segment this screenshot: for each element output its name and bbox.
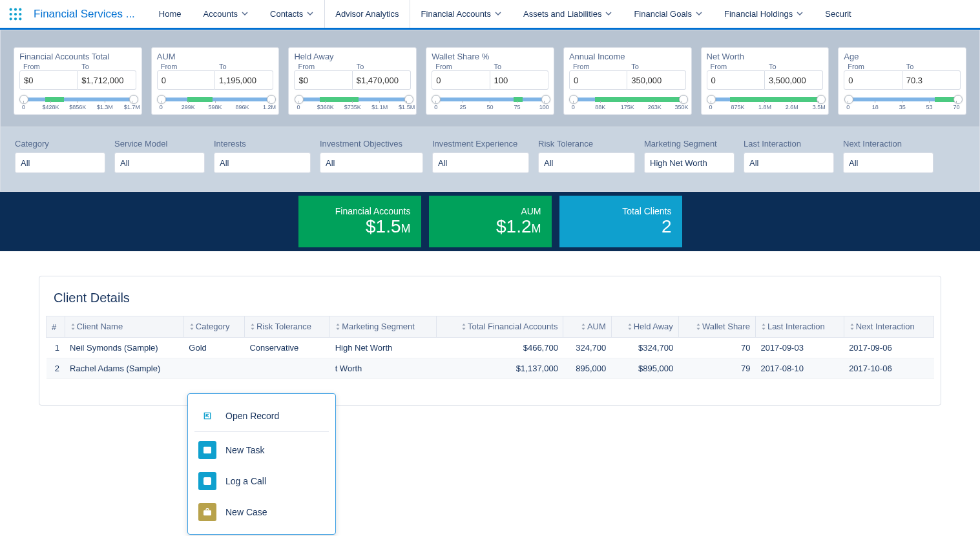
table-cell bbox=[244, 358, 329, 379]
range-slider[interactable]: 0$428K$856K$1.3M$1.7M bbox=[19, 94, 136, 112]
filter-select[interactable]: All bbox=[744, 152, 834, 173]
range-to-label: To bbox=[215, 63, 273, 70]
nav-tab-accounts[interactable]: Accounts bbox=[193, 0, 259, 28]
range-to-input[interactable]: $1,470,000 bbox=[353, 70, 411, 90]
chevron-down-icon bbox=[307, 9, 313, 19]
nav-tab-securit[interactable]: Securit bbox=[814, 0, 862, 28]
nav-tab-financial-holdings[interactable]: Financial Holdings bbox=[713, 0, 814, 28]
summary-card-financial-accounts[interactable]: Financial Accounts $1.5M bbox=[298, 196, 421, 247]
sort-icon[interactable] bbox=[627, 322, 632, 332]
range-from-input[interactable]: 0 bbox=[157, 70, 215, 90]
filter-label: Investment Objectives bbox=[320, 139, 423, 149]
table-cell: 2017-09-03 bbox=[755, 338, 844, 358]
nav-tab-contacts[interactable]: Contacts bbox=[259, 0, 324, 28]
range-title: Held Away bbox=[294, 52, 411, 61]
sort-icon[interactable] bbox=[850, 322, 855, 332]
range-to-label: To bbox=[353, 63, 411, 70]
nav-tab-financial-goals[interactable]: Financial Goals bbox=[623, 0, 713, 28]
sort-icon[interactable] bbox=[761, 322, 766, 332]
filter-select[interactable]: All bbox=[114, 152, 205, 173]
range-to-label: To bbox=[902, 63, 961, 70]
chevron-down-icon bbox=[605, 9, 612, 19]
col-header[interactable]: Category bbox=[183, 316, 244, 338]
filter-select[interactable]: All bbox=[432, 152, 529, 173]
svg-point-6 bbox=[10, 17, 12, 20]
range-from-input[interactable]: $0 bbox=[294, 70, 352, 90]
range-from-label: From bbox=[294, 63, 352, 70]
col-header[interactable]: Risk Tolerance bbox=[244, 316, 329, 338]
nav-tab-home[interactable]: Home bbox=[148, 0, 193, 28]
svg-point-1 bbox=[14, 8, 17, 10]
range-slider[interactable]: 0875K1.8M2.6M3.5M bbox=[707, 94, 824, 112]
range-from-input[interactable]: 0 bbox=[707, 70, 765, 90]
sort-icon[interactable] bbox=[70, 322, 76, 332]
filter-select[interactable]: All bbox=[320, 152, 423, 173]
sort-icon[interactable] bbox=[250, 322, 255, 332]
range-filter-financial-accounts-total: Financial Accounts Total From$0 To$1,712… bbox=[14, 47, 142, 115]
summary-card-total-clients[interactable]: Total Clients 2 bbox=[559, 196, 682, 247]
sort-icon[interactable] bbox=[581, 322, 586, 332]
table-row[interactable]: 2Rachel Adams (Sample)t Worth$1,137,0008… bbox=[47, 358, 934, 379]
nav-tab-advisor-analytics[interactable]: Advisor Analytics bbox=[324, 0, 410, 28]
filter-label: Last Interaction bbox=[744, 139, 834, 149]
range-slider[interactable]: 0$368K$735K$1.1M$1.5M bbox=[294, 94, 411, 112]
filter-select[interactable]: High Net Worth bbox=[644, 152, 735, 173]
col-header[interactable]: Marketing Segment bbox=[330, 316, 437, 338]
summary-label: AUM bbox=[521, 206, 541, 216]
range-filter-annual-income: Annual Income From0 To350,000 088K175K26… bbox=[563, 47, 692, 115]
col-header[interactable]: # bbox=[47, 316, 65, 338]
range-slider[interactable]: 018355370 bbox=[844, 94, 961, 112]
filter-last-interaction: Last Interaction All bbox=[744, 139, 834, 173]
app-title[interactable]: Financial Services ... bbox=[31, 8, 148, 21]
range-from-label: From bbox=[844, 63, 902, 70]
table-cell: Rachel Adams (Sample) bbox=[65, 358, 183, 379]
col-header[interactable]: AUM bbox=[563, 316, 611, 338]
table-row[interactable]: 1Neil Symonds (Sample)GoldConservativeHi… bbox=[47, 338, 934, 358]
filter-label: Marketing Segment bbox=[644, 139, 735, 149]
col-header[interactable]: Total Financial Accounts bbox=[437, 316, 563, 338]
sort-icon[interactable] bbox=[335, 322, 340, 332]
range-filters-panel: Financial Accounts Total From$0 To$1,712… bbox=[0, 30, 980, 127]
nav-tab-financial-accounts[interactable]: Financial Accounts bbox=[410, 0, 512, 28]
sort-icon[interactable] bbox=[461, 322, 466, 332]
col-header[interactable]: Wallet Share bbox=[678, 316, 755, 338]
range-to-input[interactable]: 1,195,000 bbox=[215, 70, 273, 90]
range-from-label: From bbox=[19, 63, 78, 70]
col-header[interactable]: Client Name bbox=[65, 316, 183, 338]
range-from-label: From bbox=[432, 63, 490, 70]
col-header[interactable]: Next Interaction bbox=[844, 316, 933, 338]
range-from-input[interactable]: 0 bbox=[844, 70, 902, 90]
table-cell: 70 bbox=[678, 338, 755, 358]
range-from-input[interactable]: 0 bbox=[569, 70, 627, 90]
range-to-input[interactable]: $1,712,000 bbox=[78, 70, 136, 90]
filter-select[interactable]: All bbox=[214, 152, 311, 173]
range-to-input[interactable]: 100 bbox=[490, 70, 548, 90]
app-launcher-icon[interactable] bbox=[0, 7, 31, 21]
sort-icon[interactable] bbox=[696, 322, 701, 332]
filter-select[interactable]: All bbox=[15, 152, 105, 173]
range-from-input[interactable]: $0 bbox=[19, 70, 78, 90]
range-title: Wallet Share % bbox=[432, 52, 548, 61]
summary-card-aum[interactable]: AUM $1.2M bbox=[429, 196, 552, 247]
nav-tab-assets-and-liabilities[interactable]: Assets and Liabilities bbox=[512, 0, 623, 28]
range-slider[interactable]: 088K175K263K350K bbox=[569, 94, 686, 112]
range-slider[interactable]: 0299K598K896K1.2M bbox=[157, 94, 274, 112]
range-slider[interactable]: 0255075100 bbox=[432, 94, 548, 112]
svg-point-0 bbox=[10, 8, 12, 10]
range-from-input[interactable]: 0 bbox=[432, 70, 490, 90]
range-to-input[interactable]: 3,500,000 bbox=[765, 70, 823, 90]
summary-value: 2 bbox=[662, 216, 672, 237]
filter-select[interactable]: All bbox=[843, 152, 933, 173]
sort-icon[interactable] bbox=[189, 322, 194, 332]
range-filter-held-away: Held Away From$0 To$1,470,000 0$368K$735… bbox=[288, 47, 417, 115]
table-cell: Gold bbox=[183, 338, 244, 358]
col-header[interactable]: Held Away bbox=[611, 316, 678, 338]
filter-select[interactable]: All bbox=[538, 152, 635, 173]
col-header[interactable]: Last Interaction bbox=[755, 316, 844, 338]
range-title: Age bbox=[844, 52, 961, 61]
ctx-open-record[interactable]: Open Record bbox=[194, 400, 329, 430]
summary-value: $1.2M bbox=[496, 216, 541, 237]
range-to-input[interactable]: 350,000 bbox=[627, 70, 685, 90]
range-to-input[interactable]: 70.3 bbox=[902, 70, 961, 90]
table-cell: $895,000 bbox=[611, 358, 678, 379]
